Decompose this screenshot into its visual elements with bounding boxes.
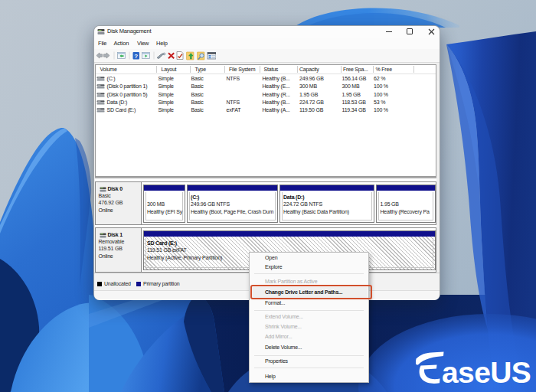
svg-text:aseUS: aseUS: [442, 356, 531, 389]
svg-text:?: ?: [134, 53, 138, 60]
